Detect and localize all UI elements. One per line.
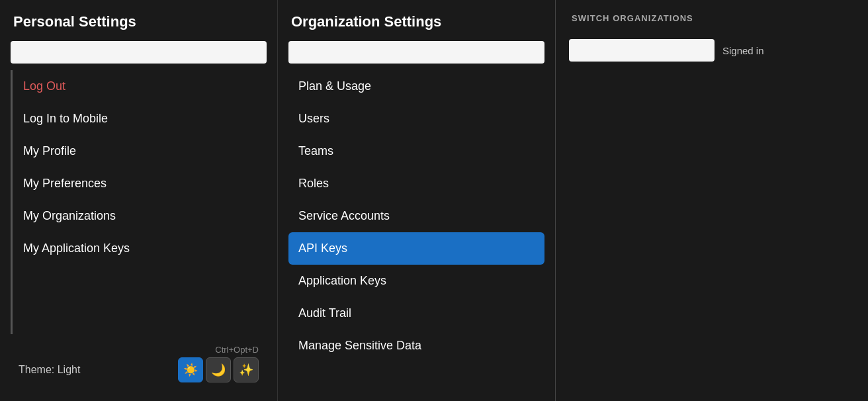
- teams-item[interactable]: Teams: [288, 135, 544, 167]
- org-name-input[interactable]: [569, 39, 715, 62]
- theme-label: Theme: Light: [19, 364, 80, 376]
- theme-light-btn[interactable]: ☀️: [178, 357, 203, 382]
- users-item[interactable]: Users: [288, 103, 544, 135]
- my-organizations-item[interactable]: My Organizations: [13, 200, 267, 232]
- my-preferences-item[interactable]: My Preferences: [13, 167, 267, 200]
- plan-usage-item[interactable]: Plan & Usage: [288, 70, 544, 103]
- my-application-keys-item[interactable]: My Application Keys: [13, 232, 267, 265]
- login-mobile-item[interactable]: Log In to Mobile: [13, 103, 267, 135]
- audit-trail-item[interactable]: Audit Trail: [288, 297, 544, 330]
- personal-menu: Log Out Log In to Mobile My Profile My P…: [11, 70, 267, 334]
- api-keys-item[interactable]: API Keys: [288, 232, 544, 265]
- switch-orgs-panel: SWITCH ORGANIZATIONS Signed in: [556, 0, 868, 401]
- personal-search-input[interactable]: [11, 41, 267, 64]
- manage-sensitive-data-item[interactable]: Manage Sensitive Data: [288, 330, 544, 362]
- my-profile-item[interactable]: My Profile: [13, 135, 267, 167]
- org-search-input[interactable]: [288, 41, 544, 64]
- personal-settings-panel: Personal Settings Log Out Log In to Mobi…: [0, 0, 278, 401]
- signed-in-label: Signed in: [722, 45, 764, 56]
- roles-item[interactable]: Roles: [288, 167, 544, 200]
- switch-orgs-title: SWITCH ORGANIZATIONS: [569, 13, 855, 23]
- service-accounts-item[interactable]: Service Accounts: [288, 200, 544, 232]
- theme-buttons: ☀️ 🌙 ✨: [178, 357, 259, 382]
- signed-in-row: Signed in: [569, 39, 855, 62]
- application-keys-item[interactable]: Application Keys: [288, 265, 544, 297]
- organization-settings-panel: Organization Settings Plan & Usage Users…: [278, 0, 556, 401]
- personal-settings-title: Personal Settings: [11, 13, 267, 30]
- org-menu: Plan & Usage Users Teams Roles Service A…: [288, 70, 544, 388]
- org-settings-title: Organization Settings: [288, 13, 544, 30]
- theme-shortcut: Ctrl+Opt+D: [19, 345, 259, 355]
- logout-item[interactable]: Log Out: [13, 70, 267, 103]
- theme-dark-btn[interactable]: 🌙: [206, 357, 231, 382]
- theme-system-btn[interactable]: ✨: [234, 357, 259, 382]
- theme-row: Theme: Light ☀️ 🌙 ✨: [19, 357, 259, 382]
- theme-section: Ctrl+Opt+D Theme: Light ☀️ 🌙 ✨: [11, 334, 267, 388]
